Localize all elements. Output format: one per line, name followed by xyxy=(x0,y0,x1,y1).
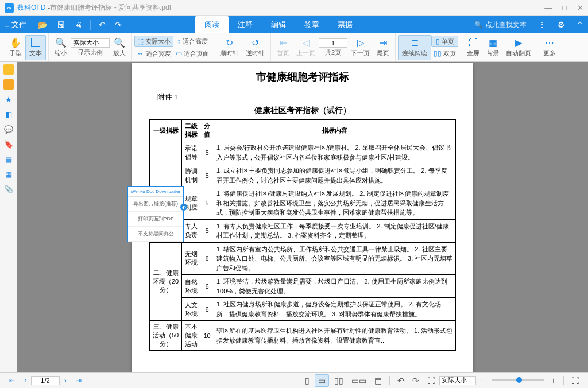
doc-subtitle: 健康社区考评指标（试行） xyxy=(149,106,456,116)
sidebar-pages-icon[interactable]: ▦ xyxy=(3,169,14,179)
settings-icon[interactable]: ⚙ xyxy=(558,20,565,29)
zoom-slider-thumb[interactable] xyxy=(516,377,522,383)
fit-height-icon: ↕ xyxy=(177,37,181,45)
tab-annotate[interactable]: 注释 xyxy=(229,16,262,33)
status-zoom-select[interactable] xyxy=(439,376,476,385)
more-tools-button[interactable]: ⋯更多 xyxy=(540,35,559,60)
status-page-input[interactable] xyxy=(31,376,60,385)
cell-l1: 二、健康环境（20 分） xyxy=(150,242,182,321)
cell-content: 1. 辖区内所有室内公共场所、工作场所和公共交通工具一律禁止吸烟。 2. 社区主… xyxy=(214,242,456,275)
last-page-button[interactable]: ⇥尾页 xyxy=(373,35,393,60)
last-page-icon: ⇥ xyxy=(380,37,387,48)
rotate-cw-button[interactable]: ↻顺时针 xyxy=(216,35,242,60)
autoflip-icon: ▶ xyxy=(515,37,522,48)
zoom-out-button[interactable]: 🔍缩小 xyxy=(51,35,71,60)
downloader-option-print[interactable]: 打印页面到PDF xyxy=(128,212,183,227)
fullscreen-button[interactable]: ⛶全屏 xyxy=(463,35,483,60)
page-number-input[interactable] xyxy=(319,38,347,48)
view-single-icon[interactable]: ▯ xyxy=(302,375,312,386)
sidebar-bookmarks-icon[interactable] xyxy=(3,79,14,90)
zoom-scale-select[interactable] xyxy=(71,38,110,48)
text-tool-button[interactable]: 🅃文本 xyxy=(25,35,46,60)
downloader-widget[interactable]: Wenku Doc Downloader 导出图片链接(推荐) 打印页面到PDF… xyxy=(127,186,184,242)
doc-attachment-label: 附件 1 xyxy=(157,92,456,102)
th-level1: 一级指标 xyxy=(150,120,182,141)
window-close-icon[interactable]: ✕ xyxy=(577,3,583,12)
redo-icon[interactable]: ↷ xyxy=(115,20,122,29)
next-page-button[interactable]: ▷下一页 xyxy=(347,35,373,60)
single-page-icon: ▯ xyxy=(436,37,440,45)
document-viewport[interactable]: 市健康细胞考评指标 附件 1 健康社区考评指标（试行） 一级指标 二级指标 分值… xyxy=(17,62,588,372)
cell-l2: 自然环境 xyxy=(182,275,200,298)
view-facing-icon[interactable]: ▯▯ xyxy=(331,375,346,386)
file-menu[interactable]: 文件 xyxy=(11,20,26,30)
cell-score: 5 xyxy=(200,219,214,242)
status-last-page-button[interactable]: ⇥ xyxy=(72,375,85,386)
view-continuous-icon[interactable]: ▭ xyxy=(315,374,329,387)
next-page-icon: ▷ xyxy=(357,37,364,48)
rotate-right-icon[interactable]: ↷ xyxy=(409,375,422,386)
downloader-handle-icon[interactable]: ◐ xyxy=(180,204,187,211)
autoflip-button[interactable]: ▶自动翻页 xyxy=(502,35,535,60)
file-menu-icon[interactable]: ≡ xyxy=(5,21,9,29)
cell-score: 5 xyxy=(200,164,214,187)
view-cont-facing-icon[interactable]: ▭▭ xyxy=(349,375,369,386)
toolbar-ribbon: ✋手型 🅃文本 🔍缩小 显示比例 🔍放大 ⬚实际大小 ↔适合宽度 ↕适合高度 ▭… xyxy=(0,33,588,62)
tab-invoice[interactable]: 票据 xyxy=(328,16,362,33)
fit-screen-icon[interactable]: ⛶ xyxy=(424,375,438,386)
menu-more-icon[interactable]: ⋮ xyxy=(538,20,546,29)
zoom-slider[interactable] xyxy=(492,379,544,381)
statusbar: ⇤ ‹ › ⇥ ▯ ▭ ▯▯ ▭▭ ▤ ↶ ↷ ⛶ − + ⛶ xyxy=(0,372,588,388)
actual-size-button[interactable]: ⬚实际大小 xyxy=(134,36,173,47)
titlebar: ∞ 数科OFD - 市健康细胞考评指标 - 爱问共享资料.pdf — □ ✕ xyxy=(0,0,588,16)
zoom-in-button[interactable]: 🔍放大 xyxy=(110,35,129,60)
fit-height-button[interactable]: ↕适合高度 xyxy=(173,36,211,47)
tab-edit[interactable]: 编辑 xyxy=(262,16,295,33)
tab-read[interactable]: 阅读 xyxy=(195,16,229,33)
rotate-left-icon[interactable]: ↶ xyxy=(394,375,407,386)
single-page-button[interactable]: ▯单页 xyxy=(431,36,458,47)
status-prev-page-button[interactable]: ‹ xyxy=(21,375,30,386)
prev-page-icon: ◁ xyxy=(303,37,310,48)
collapse-ribbon-icon[interactable]: ⌃ xyxy=(577,20,583,29)
status-next-page-button[interactable]: › xyxy=(61,375,70,386)
window-maximize-icon[interactable]: □ xyxy=(562,3,567,12)
rotate-ccw-button[interactable]: ↺逆时针 xyxy=(242,35,268,60)
undo-icon[interactable]: ↶ xyxy=(99,20,106,29)
status-zoom-out-button[interactable]: − xyxy=(477,375,488,386)
first-page-button[interactable]: ⇤首页 xyxy=(273,35,293,60)
hand-tool-button[interactable]: ✋手型 xyxy=(6,35,25,60)
fit-page-button[interactable]: ▭适合页面 xyxy=(173,48,211,59)
window-minimize-icon[interactable]: — xyxy=(544,3,552,12)
cell-content: 1. 有专人负责健康社区工作，每季度接受一次专业培训。 2. 制定健康促进社区/… xyxy=(214,219,456,242)
background-button[interactable]: ▦背景 xyxy=(483,35,502,60)
cell-content: 1. 环境整洁，垃圾箱数量满足需要，垃圾日产日清。 2. 使用卫生厕所家庭比例达… xyxy=(214,275,456,298)
prev-page-button[interactable]: ◁上一页 xyxy=(293,35,319,60)
app-logo-icon: ∞ xyxy=(5,3,14,13)
sidebar-outline-icon[interactable]: ◧ xyxy=(3,109,14,119)
search-box[interactable]: 🔍 点此查找文本 xyxy=(474,20,527,30)
table-row: 自然环境 6 1. 环境整洁，垃圾箱数量满足需要，垃圾日产日清。 2. 使用卫生… xyxy=(150,275,456,298)
sidebar-tag-icon[interactable]: 🔖 xyxy=(3,139,14,149)
sidebar-thumbnails-icon[interactable] xyxy=(3,64,14,75)
sidebar-layers-icon[interactable]: ▤ xyxy=(3,154,14,164)
double-page-button[interactable]: ▯▯双页 xyxy=(431,48,458,59)
table-row: 协调机制 5 1. 成立社区主要负责同志参加的健康促进社区领导小组，明确职责分工… xyxy=(150,164,456,187)
save-icon[interactable]: 🖫 xyxy=(57,20,65,29)
status-zoom-in-button[interactable]: + xyxy=(548,375,559,386)
tab-sign[interactable]: 签章 xyxy=(295,16,328,33)
view-book-icon[interactable]: ▤ xyxy=(372,375,385,386)
cell-l2: 专人负责 xyxy=(182,219,200,242)
open-icon[interactable]: 📂 xyxy=(38,20,48,29)
divider xyxy=(389,376,390,385)
sidebar-star-icon[interactable]: ★ xyxy=(3,94,14,104)
sidebar-attach-icon[interactable]: 📎 xyxy=(3,184,14,194)
cell-l2: 基本健康活动 xyxy=(182,321,200,351)
status-first-page-button[interactable]: ⇤ xyxy=(6,375,18,386)
print-icon[interactable]: 🖨 xyxy=(74,20,82,29)
sidebar-comment-icon[interactable]: 💬 xyxy=(3,124,14,134)
status-fullscreen-icon[interactable]: ⛶ xyxy=(568,375,582,386)
downloader-option-images[interactable]: 导出图片链接(推荐) xyxy=(128,197,183,212)
continuous-view-button[interactable]: ≣连续阅读 xyxy=(398,35,431,60)
fit-width-button[interactable]: ↔适合宽度 xyxy=(134,48,173,59)
